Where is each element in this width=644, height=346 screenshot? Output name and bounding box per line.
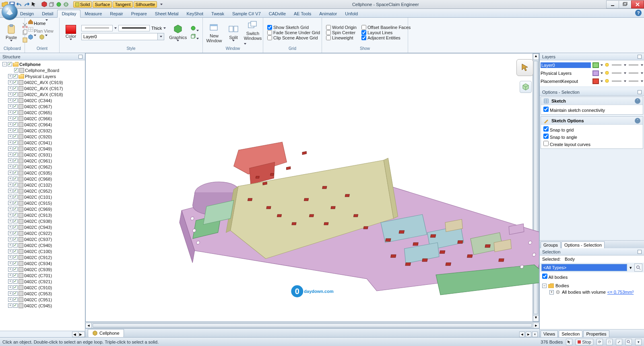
doc-tab-cellphone[interactable]: Cellphone (88, 329, 124, 337)
redo-icon[interactable] (23, 1, 30, 8)
tree-node[interactable]: +0402C (C969) (2, 206, 84, 212)
switch-windows-button[interactable]: SwitchWindows (244, 19, 262, 46)
layer-row[interactable]: PlacementKeepout (541, 77, 643, 85)
tab-next-button[interactable]: ► (526, 332, 531, 337)
undo-icon[interactable] (16, 1, 23, 8)
orient-dropdown-1[interactable] (27, 34, 47, 41)
tree-node[interactable]: +0402C (C951) (2, 297, 84, 303)
red-cube-icon[interactable] (41, 1, 47, 8)
tab-aetools[interactable]: AE Tools (290, 10, 315, 17)
cursor-tool-icon[interactable] (516, 59, 533, 76)
tab-unfold[interactable]: Unfold (341, 10, 362, 17)
tab-close-button[interactable]: × (532, 332, 538, 337)
clip-scene-checkbox[interactable]: Clip Scene Above Grid (267, 35, 320, 40)
help-icon[interactable]: ? (635, 10, 642, 16)
views-tab[interactable]: Views (541, 330, 558, 337)
stop-icon[interactable]: Stop (576, 339, 593, 345)
tree-node[interactable]: +0402C (C910) (2, 284, 84, 290)
tree-node[interactable]: +0402C (C100) (2, 248, 84, 254)
fade-scene-checkbox[interactable]: Fade Scene Under Grid (267, 30, 320, 35)
linestyle-icon[interactable] (611, 79, 622, 83)
qat-more-icon[interactable] (160, 4, 163, 5)
tab-animator[interactable]: Animator (315, 10, 341, 17)
paste-button[interactable]: Paste (2, 23, 20, 42)
tree-node[interactable]: +0402C (C962) (2, 164, 84, 170)
adjacent-entities-checkbox[interactable]: Adjacent Entities (361, 35, 411, 40)
tree-node[interactable]: +0402C (C935) (2, 170, 84, 176)
visibility-icon[interactable] (605, 79, 609, 84)
spin-center-checkbox[interactable]: Spin Center (326, 30, 357, 35)
layer-color-swatch[interactable] (592, 70, 599, 76)
tree-node[interactable]: +0402C (C921) (2, 278, 84, 284)
tree-node[interactable]: +0402C (C701) (2, 272, 84, 278)
tab-prepare[interactable]: Prepare (127, 10, 151, 17)
tree-node[interactable]: +0402C_AVX (C917) (2, 85, 84, 91)
linestyle-icon[interactable] (611, 63, 622, 67)
pin-icon[interactable] (78, 55, 83, 59)
tree-node[interactable]: +0402C_AVX (C918) (2, 91, 84, 97)
tree-node[interactable]: +0402C (C967) (2, 103, 84, 109)
tree-node[interactable]: +0402C (C953) (2, 290, 84, 297)
solid-chip[interactable]: Solid (73, 1, 92, 8)
tab-sample[interactable]: Sample C# V7 (228, 10, 265, 17)
zoom-icon[interactable] (625, 339, 632, 345)
layer-row[interactable]: Layer0 (541, 61, 643, 69)
options-selection-tab[interactable]: Options - Selection (561, 241, 605, 248)
tab-detail[interactable]: Detail (38, 10, 57, 17)
line-weight-selector[interactable] (118, 25, 150, 31)
visibility-icon[interactable] (605, 63, 609, 68)
tree-node[interactable]: +0402C (C913) (2, 212, 84, 218)
bodies-tree[interactable]: − Bodies + All bodies with volume <= 0.7… (540, 281, 644, 297)
close-button[interactable] (631, 0, 644, 8)
layout-lines-checkbox[interactable]: Layout Lines (361, 30, 411, 35)
tab-tweak[interactable]: Tweak (207, 10, 228, 17)
layer-color-swatch[interactable] (592, 62, 599, 68)
line-style-selector[interactable] (81, 25, 113, 31)
tree-node[interactable]: +0402C (C920) (2, 134, 84, 140)
tree-node[interactable]: +0402C (C945) (2, 303, 84, 309)
pin-icon[interactable] (638, 55, 642, 59)
snap-angle-checkbox[interactable]: Snap to angle (543, 134, 640, 140)
visibility-icon[interactable] (605, 71, 609, 76)
tree-node[interactable]: +0402C (C940) (2, 242, 84, 248)
scroll-right-button[interactable]: ► (78, 332, 85, 337)
tree-node[interactable]: +Physical Layers (2, 73, 84, 79)
tab-measure[interactable]: Measure (80, 10, 106, 17)
surface-chip[interactable]: Surface (93, 1, 112, 8)
tree-node[interactable]: +0402C (C965) (2, 109, 84, 115)
show-sketch-grid-checkbox[interactable]: Show Sketch Grid (267, 25, 320, 30)
tree-node[interactable]: +0402C (C101) (2, 194, 84, 200)
tree-node[interactable]: +0402C (C932) (2, 128, 84, 134)
split-button[interactable]: Split (225, 23, 242, 42)
green-sphere-icon[interactable] (56, 1, 62, 8)
graphics-button[interactable]: Graphics (167, 23, 188, 42)
world-origin-checkbox[interactable]: World Origin (326, 25, 357, 30)
tree-node[interactable]: +0402C (C952) (2, 188, 84, 194)
tab-keyshot[interactable]: KeyShot (183, 10, 208, 17)
maximize-button[interactable] (619, 0, 632, 8)
tab-cadville[interactable]: CADville (265, 10, 290, 17)
wire-cube-icon[interactable] (48, 1, 55, 8)
all-bodies-checkbox[interactable]: All bodies (542, 275, 568, 280)
tab-display[interactable]: Display (57, 10, 80, 18)
tree-node[interactable]: +0402C (C934) (2, 260, 84, 266)
tree-node[interactable]: +0402C (C964) (2, 122, 84, 128)
lineweight-icon[interactable] (628, 71, 639, 75)
green-sphere-small-icon[interactable] (190, 25, 199, 32)
linestyle-icon[interactable] (611, 71, 622, 75)
tree-node[interactable]: +0402C (C966) (2, 115, 84, 122)
application-menu-orb[interactable] (2, 4, 18, 20)
status-icon[interactable]: ⟳ (597, 339, 603, 345)
wire-sphere-icon[interactable] (63, 1, 69, 8)
collapse-icon[interactable]: ˄ (635, 118, 640, 124)
pin-icon[interactable] (638, 90, 642, 94)
scroll-left-button[interactable]: ◄ (72, 332, 78, 337)
tree-node[interactable]: +0402C (C939) (2, 266, 84, 272)
tree-node[interactable]: +0402C_AVX (C919) (2, 79, 84, 85)
status-icon[interactable]: ⤢ (616, 339, 622, 345)
wire-cube-small-icon[interactable] (190, 33, 199, 40)
color-button[interactable]: Color (62, 24, 80, 41)
horizontal-scrollbar[interactable]: ◄► (85, 322, 539, 328)
3d-viewport[interactable]: ▲▼ (85, 53, 539, 322)
volume-filter-link[interactable]: <= 0.753mm³ (607, 290, 634, 295)
